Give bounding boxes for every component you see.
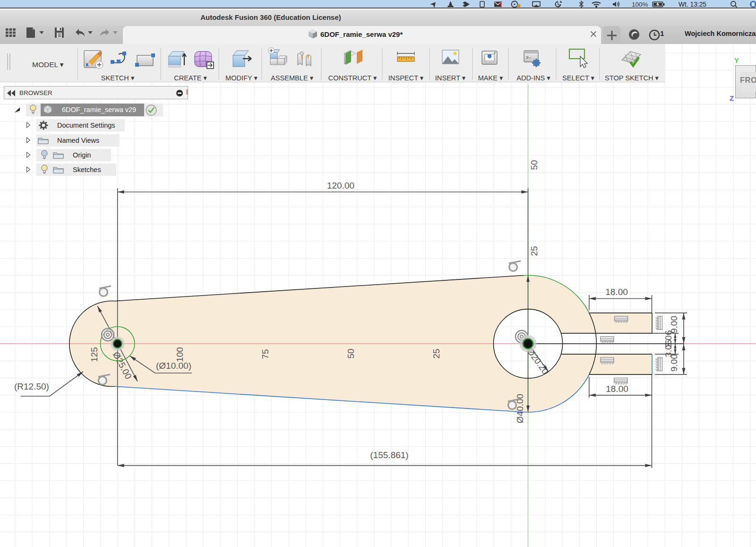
svg-text:ADD-INS ▾: ADD-INS ▾ [516,74,550,82]
svg-text:Ø40.00: Ø40.00 [515,394,525,423]
svg-text:(R12.50): (R12.50) [14,382,49,391]
svg-text:CONSTRUCT ▾: CONSTRUCT ▾ [328,74,377,82]
svg-text:MODEL ▾: MODEL ▾ [32,61,64,69]
svg-text:125: 125 [89,347,99,362]
svg-text:SKETCH ▾: SKETCH ▾ [101,74,135,82]
svg-text:50: 50 [346,348,356,358]
svg-text:Wt. 13:25: Wt. 13:25 [679,1,706,8]
svg-text:(155.861): (155.861) [370,450,408,460]
svg-text:MAKE ▾: MAKE ▾ [478,74,503,82]
svg-text:>-: >- [526,55,532,61]
svg-text:25: 25 [431,348,441,358]
svg-text:ASSEMBLE ▾: ASSEMBLE ▾ [271,74,314,82]
svg-text:SELECT ▾: SELECT ▾ [562,74,595,82]
svg-text:STOP SKETCH ▾: STOP SKETCH ▾ [605,74,659,82]
svg-text:3.06: 3.06 [663,340,673,357]
svg-text:18.00: 18.00 [606,384,628,394]
svg-text:INSERT ▾: INSERT ▾ [435,74,466,82]
svg-text:100: 100 [175,347,185,362]
svg-text:MODIFY ▾: MODIFY ▾ [225,74,258,82]
svg-text:(Ø10.00): (Ø10.00) [156,361,191,371]
svg-text:CREATE ▾: CREATE ▾ [174,74,207,82]
svg-text:100%: 100% [632,1,648,8]
svg-text:50: 50 [529,160,539,170]
svg-text:75: 75 [260,349,270,359]
svg-text:18.00: 18.00 [605,287,628,297]
svg-text:25: 25 [529,246,539,256]
svg-text:INSPECT ▾: INSPECT ▾ [388,74,424,82]
svg-text:120.00: 120.00 [327,181,354,191]
